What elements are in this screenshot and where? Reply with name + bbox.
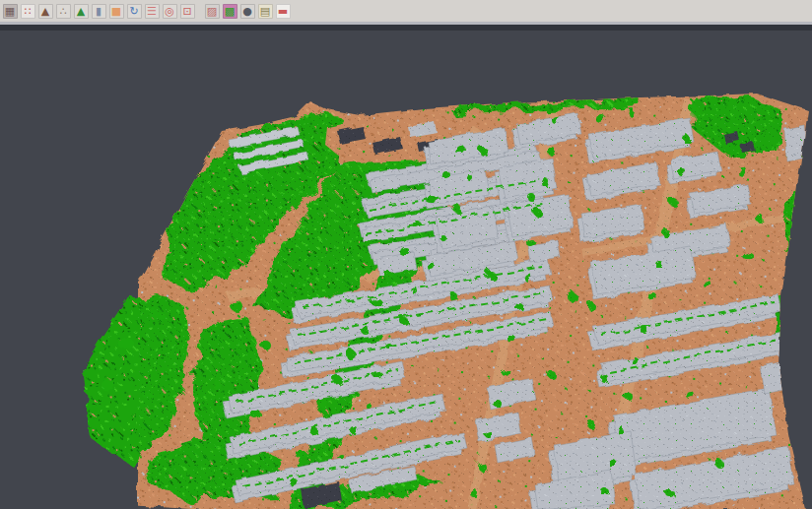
annotate-sheet-button[interactable]: ▤ — [258, 4, 273, 19]
terrain-model-green-button[interactable]: ▲ — [74, 4, 89, 19]
globe-view-icon: ● — [242, 6, 252, 17]
circle-select-icon: ◎ — [165, 6, 174, 17]
globe-view-button[interactable]: ● — [240, 4, 255, 19]
circle-select-button[interactable]: ◎ — [163, 4, 177, 19]
table-view-button[interactable]: ☰ — [145, 4, 160, 19]
viewport-3d[interactable] — [0, 31, 812, 509]
select-tool-button[interactable]: ▦ — [3, 4, 18, 19]
point-cloud-canvas[interactable] — [0, 31, 812, 509]
classify-points-button[interactable]: ∷ — [21, 4, 35, 19]
annotate-sheet-icon: ▤ — [260, 6, 270, 17]
grid-classify-button[interactable]: ▨ — [205, 4, 220, 19]
select-tool-icon: ▦ — [5, 6, 15, 17]
area-select-button[interactable]: ■ — [109, 4, 124, 19]
measure-icon: ▬ — [278, 6, 288, 17]
terrain-model — [55, 85, 812, 509]
refresh-view-button[interactable]: ↻ — [127, 4, 142, 19]
toolbar: ▦∷▲∴▲▮■↻☰◎⊡▨▩●▤▬ — [0, 0, 812, 22]
ortho-map-button[interactable]: ▩ — [223, 4, 237, 19]
ortho-map-icon: ▩ — [225, 6, 235, 17]
toolbar-separator — [196, 4, 203, 19]
refresh-view-icon: ↻ — [129, 6, 138, 17]
area-select-icon: ■ — [111, 6, 121, 17]
profile-view-button[interactable]: ▮ — [92, 4, 106, 19]
point-cloud-button[interactable]: ∴ — [56, 4, 71, 19]
measure-button[interactable]: ▬ — [276, 4, 291, 19]
point-cloud-icon: ∴ — [60, 6, 67, 17]
table-view-icon: ☰ — [147, 6, 157, 17]
terrain-model-green-icon: ▲ — [77, 6, 85, 17]
terrain-model-brown-icon: ▲ — [41, 6, 49, 17]
zoom-extent-button[interactable]: ⊡ — [180, 4, 195, 19]
zoom-extent-icon: ⊡ — [182, 6, 191, 17]
terrain-model-brown-button[interactable]: ▲ — [38, 4, 53, 19]
grid-classify-icon: ▨ — [207, 6, 217, 17]
classify-points-icon: ∷ — [25, 6, 32, 17]
profile-view-icon: ▮ — [96, 6, 102, 17]
speckle-overlay — [138, 85, 812, 509]
